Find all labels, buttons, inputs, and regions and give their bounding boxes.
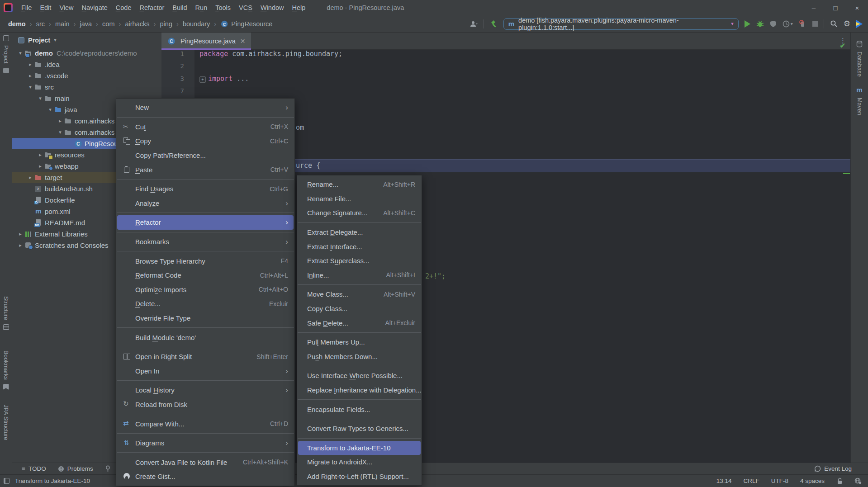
menubar-item-refactor[interactable]: Refactor <box>136 0 169 15</box>
tree-row-vscode[interactable]: ▸.vscode <box>12 70 161 81</box>
menubar-item-run[interactable]: Run <box>191 0 212 15</box>
menu-item-override-file-type[interactable]: Override File Type <box>117 311 294 326</box>
toolwindow-tab-project[interactable]: Project <box>0 35 12 73</box>
inspection-ok-icon[interactable]: ✔ <box>840 42 845 50</box>
fold-marker-icon[interactable]: + <box>199 76 206 83</box>
menu-item-inline[interactable]: Inline...Alt+Shift+I <box>298 268 421 283</box>
menu-item-paste[interactable]: PasteCtrl+V <box>117 162 294 177</box>
close-button[interactable]: × <box>846 0 868 15</box>
user-icon[interactable] <box>470 20 478 28</box>
run-button[interactable] <box>745 20 750 28</box>
menu-item-reload-from-disk[interactable]: Reload from Disk <box>117 397 294 412</box>
menubar-item-view[interactable]: View <box>55 0 77 15</box>
menubar-item-window[interactable]: Window <box>256 0 288 15</box>
status-segment-4-spaces[interactable]: 4 spaces <box>800 478 825 484</box>
menubar-item-navigate[interactable]: Navigate <box>78 0 112 15</box>
menu-item-analyze[interactable]: Analyze› <box>117 196 294 211</box>
status-segment-utf-8[interactable]: UTF-8 <box>771 478 788 484</box>
menu-item-safe-delete[interactable]: Safe Delete...Alt+Excluir <box>298 316 421 330</box>
menu-item-rename[interactable]: Rename...Alt+Shift+R <box>298 177 421 192</box>
menu-item-copy[interactable]: CopyCtrl+C <box>117 134 294 148</box>
tree-row-src[interactable]: ▾src <box>12 81 161 93</box>
toolwindow-tab-database[interactable]: Database <box>851 41 868 77</box>
menu-item-copy-class[interactable]: Copy Class... <box>298 302 421 316</box>
menu-item-local-history[interactable]: Local History› <box>117 383 294 397</box>
menu-item-delete[interactable]: Delete...Excluir <box>117 297 294 311</box>
breadcrumb-item-ping[interactable]: ping <box>160 20 172 28</box>
colorful-play-icon[interactable] <box>856 20 863 28</box>
toolwindow-tab-maven[interactable]: m Maven <box>851 86 868 115</box>
code-style-globe-icon[interactable] <box>854 478 862 484</box>
menu-item-pull-members-up[interactable]: Pull Members Up... <box>298 335 421 350</box>
menu-item-extract-interface[interactable]: Extract Interface... <box>298 239 421 254</box>
toolwindow-tab-jpa-structure[interactable]: JPA Structure <box>0 405 12 440</box>
status-segment-crlf[interactable]: CRLF <box>743 478 759 484</box>
breadcrumb-item-main[interactable]: main <box>55 20 69 28</box>
menu-item-extract-superclass[interactable]: Extract Superclass... <box>298 254 421 268</box>
stop-button[interactable] <box>812 21 818 27</box>
breadcrumb-item-pingresource[interactable]: PingResource <box>220 20 272 28</box>
tree-row-demo[interactable]: ▾demoC:\code\reproducers\demo <box>12 47 161 59</box>
menu-item-transform-to-jakarta-ee-10[interactable]: Transform to Jakarta-EE-10 <box>298 441 421 455</box>
toolwindow-tab-todo[interactable]: ≡ TODO <box>22 465 46 472</box>
menu-item-compare-with[interactable]: Compare With...Ctrl+D <box>117 416 294 431</box>
menu-item-rename-file[interactable]: Rename File... <box>298 192 421 206</box>
menu-item-optimize-imports[interactable]: Optimize ImportsCtrl+Alt+O <box>117 283 294 297</box>
breadcrumb-item-com[interactable]: com <box>102 20 114 28</box>
menu-item-convert-java-file-to-kotlin-file[interactable]: Convert Java File to Kotlin FileCtrl+Alt… <box>117 455 294 469</box>
menu-item-extract-delegate[interactable]: Extract Delegate... <box>298 225 421 240</box>
tree-row-idea[interactable]: ▸.idea <box>12 59 161 70</box>
menu-item-find-usages[interactable]: Find UsagesCtrl+G <box>117 182 294 196</box>
menubar-item-build[interactable]: Build <box>168 0 191 15</box>
menu-item-copy-path-reference[interactable]: Copy Path/Reference... <box>117 148 294 163</box>
menu-item-migrate-to-androidx[interactable]: Migrate to AndroidX... <box>298 455 421 469</box>
menubar-item-edit[interactable]: Edit <box>36 0 55 15</box>
breadcrumb-item-src[interactable]: src <box>36 20 45 28</box>
coverage-button[interactable] <box>770 20 777 28</box>
menu-item-change-signature[interactable]: Change Signature...Alt+Shift+C <box>298 206 421 220</box>
project-panel-header[interactable]: Project ▾ <box>12 33 161 47</box>
menu-item-open-in[interactable]: Open In› <box>117 364 294 378</box>
pin-icon[interactable] <box>105 465 111 472</box>
debug-button[interactable] <box>756 20 764 28</box>
toolwindow-tab-bookmarks[interactable]: Bookmarks <box>0 350 12 390</box>
menu-item-bookmarks[interactable]: Bookmarks› <box>117 235 294 249</box>
menu-item-open-in-right-split[interactable]: Open in Right SplitShift+Enter <box>117 350 294 364</box>
menubar-item-help[interactable]: Help <box>288 0 309 15</box>
toolwindow-quick-access-icon[interactable] <box>4 478 9 484</box>
menu-item-encapsulate-fields[interactable]: Encapsulate Fields... <box>298 402 421 416</box>
menu-item-push-members-down[interactable]: Push Members Down... <box>298 350 421 364</box>
unlock-icon[interactable] <box>836 478 843 484</box>
menu-item-use-interface-where-possible[interactable]: Use Interface Where Possible... <box>298 369 421 383</box>
toolwindow-tab-structure[interactable]: Structure <box>0 296 12 330</box>
maximize-button[interactable]: □ <box>825 0 846 15</box>
toolwindow-tab-problems[interactable]: Problems <box>58 465 93 472</box>
breadcrumb-item-boundary[interactable]: boundary <box>183 20 210 28</box>
menu-item-add-right-to-left-rtl-support[interactable]: Add Right-to-Left (RTL) Support... <box>298 469 421 484</box>
status-segment-13-14[interactable]: 13:14 <box>716 478 732 484</box>
build-hammer-icon[interactable] <box>490 20 498 28</box>
menubar-item-code[interactable]: Code <box>112 0 136 15</box>
breadcrumb-item-airhacks[interactable]: airhacks <box>125 20 149 28</box>
menu-item-move-class[interactable]: Move Class...Alt+Shift+V <box>298 287 421 302</box>
menu-item-create-gist[interactable]: Create Gist... <box>117 469 294 484</box>
menu-item-build-module-demo[interactable]: Build Module 'demo' <box>117 330 294 345</box>
minimize-button[interactable]: – <box>803 0 825 15</box>
menubar-item-tools[interactable]: Tools <box>211 0 235 15</box>
menu-item-replace-inheritance-with-delegation[interactable]: Replace Inheritance with Delegation... <box>298 383 421 397</box>
menubar-item-file[interactable]: File <box>17 0 36 15</box>
breadcrumb-item-java[interactable]: java <box>80 20 92 28</box>
menu-item-diagrams[interactable]: Diagrams› <box>117 436 294 450</box>
search-icon[interactable] <box>830 20 838 28</box>
menu-item-refactor[interactable]: Refactor› <box>117 215 294 230</box>
event-log-button[interactable]: Event Log <box>814 465 852 472</box>
attach-debugger-button[interactable] <box>799 20 806 28</box>
close-icon[interactable]: ✕ <box>240 38 246 45</box>
settings-gear-icon[interactable]: ⚙ <box>844 20 850 28</box>
menubar-item-vcs[interactable]: VCS <box>235 0 256 15</box>
menu-item-convert-raw-types-to-generics[interactable]: Convert Raw Types to Generics... <box>298 421 421 436</box>
menu-item-new[interactable]: New› <box>117 100 294 115</box>
breadcrumb-item-demo[interactable]: demo <box>8 20 26 28</box>
run-configuration-select[interactable]: m demo [fish.payara.maven.plugins:payara… <box>503 18 739 30</box>
menu-item-reformat-code[interactable]: Reformat CodeCtrl+Alt+L <box>117 268 294 283</box>
